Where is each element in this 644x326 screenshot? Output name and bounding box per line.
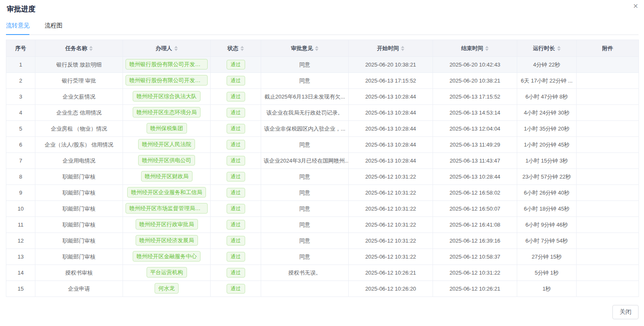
column-header-opinion[interactable]: 审批意见 bbox=[261, 40, 349, 57]
cell-opinion: 同意 bbox=[261, 249, 349, 265]
cell-start: 2025-06-12 10:31:22 bbox=[349, 185, 433, 201]
cell-task: 职能部门审核 bbox=[35, 201, 123, 217]
cell-duration: 1秒 bbox=[517, 281, 577, 297]
cell-task: 企业生态 信用情况 bbox=[35, 105, 123, 121]
cell-start: 2025-06-13 10:28:44 bbox=[349, 137, 433, 153]
column-header-end[interactable]: 结束时间 bbox=[433, 40, 517, 57]
column-header-no: 序号 bbox=[6, 40, 35, 57]
cell-attachment bbox=[577, 169, 639, 185]
cell-no: 11 bbox=[6, 217, 35, 233]
close-button[interactable]: 关闭 bbox=[612, 305, 639, 319]
cell-end: 2025-06-13 11:49:29 bbox=[433, 137, 517, 153]
column-header-start[interactable]: 开始时间 bbox=[349, 40, 433, 57]
cell-attachment bbox=[577, 201, 639, 217]
cell-attachment bbox=[577, 217, 639, 233]
table-row: 3企业欠薪情况赣州经开区综合执法大队通过截止2025年6月13日未发现有欠...… bbox=[6, 89, 639, 105]
cell-handler: 赣州银行股份有限公司开发区支行 bbox=[123, 73, 211, 89]
cell-duration: 27分钟 15秒 bbox=[517, 249, 577, 265]
cell-handler: 赣州经开区人民法院 bbox=[123, 137, 211, 153]
cell-no: 7 bbox=[6, 153, 35, 169]
cell-handler: 赣州经开区企业服务和工信局 bbox=[123, 185, 211, 201]
handler-tag: 赣州经开区财政局 bbox=[141, 171, 192, 182]
cell-status: 通过 bbox=[211, 57, 261, 73]
sort-icon[interactable] bbox=[485, 46, 489, 51]
status-badge: 通过 bbox=[227, 220, 245, 230]
table-row: 1银行反馈 放款明细赣州银行股份有限公司开发区支行通过同意2025-06-20 … bbox=[6, 57, 639, 73]
cell-end: 2025-06-12 10:31:22 bbox=[433, 265, 517, 281]
sort-icon[interactable] bbox=[401, 46, 404, 51]
cell-no: 12 bbox=[6, 233, 35, 249]
tab-flow-chart[interactable]: 流程图 bbox=[45, 22, 62, 35]
tab-bar: 流转意见 流程图 bbox=[6, 22, 639, 35]
cell-end: 2025-06-12 10:26:21 bbox=[433, 281, 517, 297]
cell-start: 2025-06-13 17:15:52 bbox=[349, 73, 433, 89]
column-header-status[interactable]: 状态 bbox=[211, 40, 261, 57]
column-label: 办理人 bbox=[156, 45, 172, 52]
column-label: 结束时间 bbox=[461, 45, 483, 52]
status-badge: 通过 bbox=[227, 188, 245, 198]
cell-task: 企业用电情况 bbox=[35, 153, 123, 169]
column-header-task[interactable]: 任务名称 bbox=[35, 40, 123, 57]
sort-icon[interactable] bbox=[240, 46, 244, 51]
column-header-handler[interactable]: 办理人 bbox=[123, 40, 211, 57]
cell-duration: 5分钟 1秒 bbox=[517, 265, 577, 281]
cell-opinion bbox=[261, 281, 349, 297]
cell-status: 通过 bbox=[211, 153, 261, 169]
cell-opinion: 同意 bbox=[261, 137, 349, 153]
table-row: 8职能部门审核赣州经开区财政局通过同意2025-06-12 10:31:2220… bbox=[6, 169, 639, 185]
approval-table: 序号任务名称办理人状态审批意见开始时间结束时间运行时长附件 1银行反馈 放款明细… bbox=[6, 40, 639, 297]
status-badge: 通过 bbox=[227, 76, 245, 86]
cell-end: 2025-06-13 12:04:04 bbox=[433, 121, 517, 137]
cell-no: 10 bbox=[6, 201, 35, 217]
tab-circulation-opinions[interactable]: 流转意见 bbox=[6, 22, 29, 35]
cell-task: 企业房租 （物业）情况 bbox=[35, 121, 123, 137]
cell-opinion: 同意 bbox=[261, 73, 349, 89]
cell-handler: 赣州经开区经济发展局 bbox=[123, 233, 211, 249]
cell-task: 银行反馈 放款明细 bbox=[35, 57, 123, 73]
approval-table-wrap: 序号任务名称办理人状态审批意见开始时间结束时间运行时长附件 1银行反馈 放款明细… bbox=[6, 40, 639, 297]
cell-attachment bbox=[577, 153, 639, 169]
cell-handler: 赣州经开区金融服务中心 bbox=[123, 249, 211, 265]
table-row: 13职能部门审核赣州经开区金融服务中心通过同意2025-06-12 10:31:… bbox=[6, 249, 639, 265]
handler-tag: 赣州银行股份有限公司开发区支行 bbox=[126, 75, 208, 86]
cell-task: 企业申请 bbox=[35, 281, 123, 297]
column-label: 序号 bbox=[15, 45, 26, 52]
cell-attachment bbox=[577, 57, 639, 73]
close-icon[interactable]: × bbox=[631, 1, 641, 11]
sort-icon[interactable] bbox=[89, 46, 93, 51]
sort-icon[interactable] bbox=[174, 46, 178, 51]
table-row: 6企业（法人/股东） 信用情况赣州经开区人民法院通过同意2025-06-13 1… bbox=[6, 137, 639, 153]
sort-icon[interactable] bbox=[315, 46, 318, 51]
cell-task: 职能部门审核 bbox=[35, 185, 123, 201]
cell-no: 9 bbox=[6, 185, 35, 201]
cell-start: 2025-06-12 10:31:22 bbox=[349, 217, 433, 233]
cell-opinion: 同意 bbox=[261, 57, 349, 73]
handler-tag: 赣州保税集团 bbox=[147, 123, 187, 134]
cell-handler: 平台运营机构 bbox=[123, 265, 211, 281]
cell-start: 2025-06-13 10:28:44 bbox=[349, 153, 433, 169]
cell-duration: 1小时 15分钟 3秒 bbox=[517, 153, 577, 169]
status-badge: 通过 bbox=[227, 252, 245, 262]
cell-handler: 赣州经开区财政局 bbox=[123, 169, 211, 185]
cell-duration: 6小时 26分钟 40秒 bbox=[517, 185, 577, 201]
cell-duration: 6小时 9分钟 46秒 bbox=[517, 217, 577, 233]
dialog-title: 审批进度 bbox=[0, 0, 644, 14]
cell-status: 通过 bbox=[211, 281, 261, 297]
cell-start: 2025-06-12 10:26:21 bbox=[349, 265, 433, 281]
sort-icon[interactable] bbox=[557, 46, 561, 51]
approval-progress-dialog: 审批进度 × 流转意见 流程图 序号任务名称办理人状态审批意见开始时间结束时间运… bbox=[0, 0, 644, 326]
cell-no: 3 bbox=[6, 89, 35, 105]
column-header-duration[interactable]: 运行时长 bbox=[517, 40, 577, 57]
cell-handler: 赣州经开区供电公司 bbox=[123, 153, 211, 169]
cell-start: 2025-06-13 10:28:44 bbox=[349, 121, 433, 137]
cell-end: 2025-06-12 16:50:07 bbox=[433, 201, 517, 217]
cell-start: 2025-06-12 10:31:22 bbox=[349, 169, 433, 185]
cell-duration: 6小时 47分钟 8秒 bbox=[517, 89, 577, 105]
handler-tag: 赣州经开区生态环境分局 bbox=[133, 107, 200, 118]
cell-duration: 1小时 35分钟 20秒 bbox=[517, 121, 577, 137]
handler-tag: 赣州经开区综合执法大队 bbox=[133, 91, 200, 102]
cell-end: 2025-06-13 11:43:47 bbox=[433, 153, 517, 169]
dialog-footer: 关闭 bbox=[612, 305, 639, 319]
status-badge: 通过 bbox=[227, 172, 245, 182]
cell-no: 15 bbox=[6, 281, 35, 297]
